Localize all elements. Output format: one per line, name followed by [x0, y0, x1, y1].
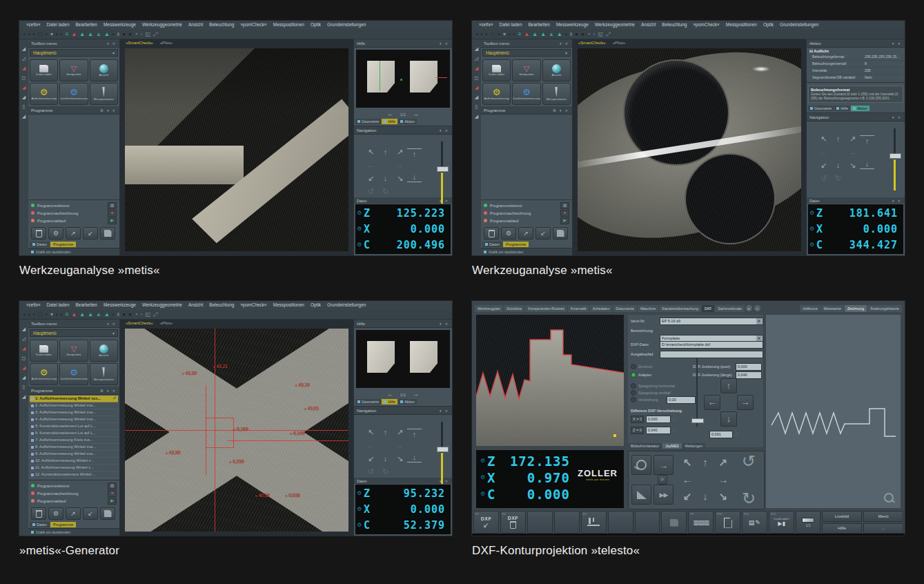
toolbar-icon[interactable]: ◱ — [145, 312, 150, 318]
lock-icon[interactable] — [672, 418, 676, 421]
step-right-button[interactable]: → — [653, 455, 674, 475]
menu-item[interactable]: Messpositionen — [273, 302, 304, 309]
toolbox-button[interactable]: Messpositionen — [542, 83, 571, 105]
menu-item[interactable]: Optik — [311, 22, 321, 29]
toolbar-icon[interactable]: ▲ — [532, 32, 538, 37]
ident-dropdown[interactable]: EP 5.16 d3 — [660, 318, 763, 325]
move-top[interactable]: ↑ — [860, 135, 874, 146]
diff-x-input[interactable]: 0,000 — [646, 416, 671, 423]
function-key-slot[interactable]: F9 — [688, 511, 714, 534]
menu-item[interactable]: Ansicht — [188, 22, 203, 29]
rail-icon[interactable]: ◢ — [22, 114, 26, 119]
status-button[interactable]: ▨ — [108, 483, 117, 489]
move-up[interactable]: ↑ — [831, 133, 845, 146]
toolbar-icon[interactable]: ◫ — [38, 32, 43, 37]
menu-item[interactable]: Messpositionen — [726, 22, 757, 29]
toolbar-icon[interactable]: ▲ — [557, 32, 562, 37]
function-key-slot[interactable] — [554, 511, 580, 534]
move-down[interactable]: ↓ — [378, 172, 393, 185]
move-left[interactable]: ← — [364, 439, 378, 452]
function-key-slot[interactable]: F1 DXF — [473, 511, 499, 534]
menu-item[interactable]: »pomCheck« — [240, 302, 266, 309]
menu-item[interactable]: Optik — [311, 302, 321, 309]
move-up-left[interactable]: ↖ — [364, 426, 378, 439]
toolbar-icon[interactable]: ◫ — [38, 312, 43, 318]
move-right[interactable]: → — [845, 146, 860, 159]
move-right[interactable]: → — [393, 159, 407, 172]
joy-tab[interactable]: Bildschirmtastatur — [628, 443, 662, 449]
save-button[interactable] — [100, 507, 115, 520]
check-spiegelung-v[interactable]: Spiegelung vertikal — [631, 389, 670, 396]
rail-icon[interactable]: ◢ — [475, 85, 478, 90]
toolbox-button[interactable]: ⚙ Auflichtvermessung — [30, 83, 58, 105]
toolbar-icon[interactable]: ▲ — [540, 32, 546, 37]
main-tab[interactable]: Stückliste — [504, 305, 524, 312]
rail-icon[interactable]: ◢ — [475, 114, 478, 119]
toolbar-icon[interactable]: ▪ — [33, 312, 35, 318]
zoom-icon[interactable] — [884, 493, 894, 503]
import-button[interactable]: ↙ — [83, 227, 98, 240]
menu-item[interactable]: Messwerkzeuge — [104, 302, 136, 309]
next-arrow-icon[interactable]: → — [413, 391, 419, 398]
menu-item[interactable]: Werkzeuggeometrie — [142, 302, 182, 309]
play-button[interactable]: ▶ — [108, 498, 117, 505]
toolbar-icon[interactable]: ▲ — [79, 312, 85, 318]
menu-item[interactable]: Grundeinstellungen — [327, 22, 366, 29]
import-button[interactable]: ↙ — [83, 507, 98, 520]
rotate-ccw-button[interactable]: ↺ — [742, 453, 756, 469]
main-tab[interactable]: Werkzeugplan — [475, 305, 503, 312]
side-tab[interactable]: Aktion — [851, 106, 869, 111]
jog-up[interactable]: ↑ — [696, 454, 714, 471]
tab-smartcheck[interactable]: »SmartCheck« — [126, 321, 153, 325]
toolbar-icon[interactable]: ‖ — [117, 312, 119, 318]
program-step[interactable]: 11: Auflichtvermessung Winkel z... — [30, 465, 118, 471]
rail-icon[interactable]: ◢ — [22, 346, 26, 351]
rail-icon[interactable]: ◢ — [475, 46, 478, 51]
main-tab[interactable]: Kinematik — [568, 305, 589, 312]
jog-down-right[interactable]: ↘ — [714, 488, 732, 505]
focus-zoom-button[interactable] — [631, 455, 651, 475]
toolbar-icon[interactable]: ▪ — [498, 32, 500, 37]
joy-tab[interactable]: Meldungen — [682, 443, 706, 449]
step-input[interactable]: 0,001 — [709, 431, 733, 438]
move-down-right[interactable]: ↘ — [393, 172, 407, 185]
jog-up-left[interactable]: ↖ — [678, 454, 696, 471]
main-tab[interactable]: DXF — [702, 305, 714, 312]
program-step[interactable]: 3: Auflichtvermessung Winkel zus... — [30, 409, 118, 416]
rail-icon[interactable]: ◢ — [22, 46, 26, 51]
toolbar-icon[interactable]: ▪ — [565, 32, 567, 37]
menu-item[interactable]: Beleuchtung — [662, 22, 687, 29]
rail-icon[interactable]: ◿ — [22, 56, 26, 61]
toolbar-icon[interactable]: ▲ — [88, 32, 93, 37]
toolbar-icon[interactable]: ● — [128, 312, 132, 318]
output-path-input[interactable] — [660, 351, 763, 358]
function-key-slot[interactable] — [635, 511, 660, 534]
rotate-cw[interactable]: ↻ — [378, 465, 393, 478]
toolbar-icon[interactable]: ● — [122, 312, 126, 318]
verdrehung-input[interactable]: 0,00 — [667, 396, 696, 404]
toolbar-icon[interactable]: ▲ — [71, 312, 77, 318]
move-bottom[interactable]: ↓ — [860, 159, 874, 169]
edge-detect-button[interactable] — [631, 485, 651, 505]
toolbar-icon[interactable]: ● — [575, 32, 578, 37]
toolbar-icon[interactable]: ▪ — [112, 312, 115, 318]
play-button[interactable]: ▶ — [108, 217, 117, 224]
side-tab[interactable]: Hilfe — [382, 119, 397, 124]
toolbar-icon[interactable]: ▪ — [61, 312, 63, 318]
toolbox-button[interactable]: Ansicht — [90, 59, 118, 81]
rail-icon[interactable]: ◻ — [22, 356, 26, 360]
radio-adapter[interactable]: Adapter — [631, 371, 651, 378]
rail-icon[interactable]: ▯ — [23, 385, 26, 389]
tool-thumbnail-selected[interactable] — [410, 341, 438, 373]
jog-left[interactable]: ← — [678, 471, 696, 489]
drawing-panel[interactable] — [766, 315, 901, 508]
side-tab[interactable]: Aktion — [398, 399, 417, 405]
fast-forward-button[interactable]: ▶▶ — [653, 485, 674, 505]
toolbar-icon[interactable]: ▪ — [33, 32, 35, 37]
diff-z-input[interactable]: 0,040 — [646, 427, 671, 434]
rail-icon[interactable]: ▯ — [475, 104, 478, 109]
slider-handle[interactable] — [889, 153, 901, 159]
toolbar-icon[interactable]: ▪ — [513, 32, 515, 37]
menu-item[interactable]: »zefix« — [26, 22, 41, 29]
main-menu-selector[interactable]: Hauptmenü▾ — [482, 49, 571, 57]
